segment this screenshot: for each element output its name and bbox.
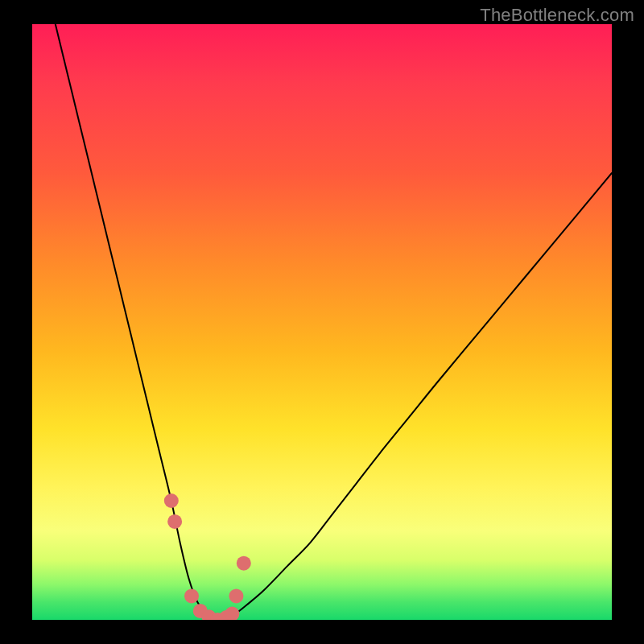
bottleneck-curve: [56, 24, 612, 620]
chart-frame: TheBottleneck.com: [0, 0, 644, 644]
plot-area: [32, 24, 612, 620]
highlight-dot: [229, 588, 243, 603]
highlight-dot: [167, 514, 182, 529]
curve-layer: [32, 24, 612, 620]
watermark-text: TheBottleneck.com: [480, 5, 634, 26]
highlight-dot: [184, 588, 199, 603]
highlight-dot: [164, 493, 179, 508]
highlight-dots: [164, 493, 251, 620]
highlight-dot: [237, 556, 251, 571]
highlight-dot: [225, 607, 239, 620]
